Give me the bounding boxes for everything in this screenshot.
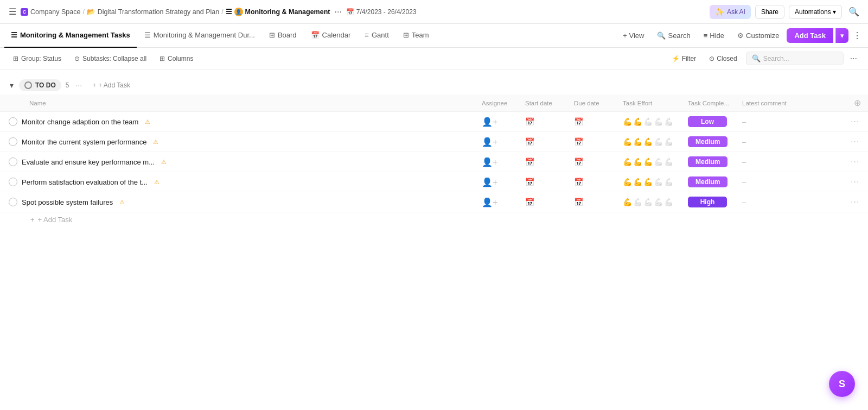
tab-board[interactable]: ⊞ Board [263, 24, 303, 48]
add-view-button[interactable]: + View [617, 29, 649, 42]
task-assignee-cell: 👤+ [477, 112, 521, 132]
effort-filled-icon: 💪 [623, 198, 632, 206]
warning-icon: ⚠ [161, 159, 167, 166]
automations-button[interactable]: Automations ▾ [789, 5, 842, 19]
breadcrumb-space[interactable]: C Company Space [21, 8, 80, 16]
start-date-icon[interactable]: 📅 [525, 117, 534, 126]
search-input[interactable] [763, 55, 838, 62]
task-more-button[interactable]: ··· [851, 177, 859, 187]
due-date-icon[interactable]: 📅 [574, 157, 583, 166]
effort-empty-icon: 💪 [654, 178, 663, 186]
task-complete-cell[interactable]: High [684, 192, 738, 212]
task-checkbox[interactable] [9, 117, 17, 126]
tab-gantt[interactable]: ≡ Gantt [358, 24, 395, 48]
due-date-icon[interactable]: 📅 [574, 198, 583, 206]
warning-icon: ⚠ [119, 199, 125, 206]
table-row: Spot possible system failures ⚠ 👤+ 📅 📅 💪… [0, 192, 868, 212]
breadcrumb-folder[interactable]: 📂 Digital Transformation Strategy and Pl… [87, 8, 219, 16]
add-task-footer: + + Add Task [0, 212, 868, 227]
share-button[interactable]: Share [755, 5, 784, 19]
breadcrumb-sep-2: / [221, 8, 223, 16]
task-checkbox[interactable] [9, 178, 17, 186]
due-date-icon[interactable]: 📅 [574, 178, 583, 186]
columns-button[interactable]: ⊞ Columns [155, 53, 197, 65]
status-badge[interactable]: High [688, 197, 727, 207]
task-name-cell: Perform satisfaction evaluation of the t… [0, 172, 477, 192]
start-date-icon[interactable]: 📅 [525, 178, 534, 186]
group-more-icon[interactable]: ··· [73, 80, 84, 91]
customize-button[interactable]: ⚙ Customize [732, 29, 784, 42]
task-more-cell: ··· [846, 152, 868, 172]
task-complete-cell[interactable]: Low [684, 112, 738, 132]
assignee-add-icon[interactable]: 👤+ [482, 198, 497, 207]
task-start-cell[interactable]: 📅 [521, 172, 570, 192]
task-start-cell[interactable]: 📅 [521, 132, 570, 152]
task-more-button[interactable]: ··· [851, 137, 859, 147]
status-badge[interactable]: Medium [688, 176, 727, 187]
task-effort-cell: 💪💪💪💪💪 [618, 192, 684, 212]
tab-actions: + View 🔍 Search ≡ Hide ⚙ Customize Add T… [617, 28, 868, 43]
task-start-cell[interactable]: 📅 [521, 112, 570, 132]
assignee-add-icon[interactable]: 👤+ [482, 157, 497, 167]
task-start-cell[interactable]: 📅 [521, 152, 570, 172]
toolbar: ⊞ Group: Status ⊙ Subtasks: Collapse all… [0, 48, 868, 70]
assignee-add-icon[interactable]: 👤+ [482, 178, 497, 187]
status-badge[interactable]: Low [688, 116, 727, 127]
subtasks-collapse-button[interactable]: ⊙ Subtasks: Collapse all [70, 53, 151, 65]
overflow-menu-icon[interactable]: ⋮ [851, 28, 864, 43]
closed-button[interactable]: ⊙ Closed [705, 53, 741, 65]
search-button[interactable]: 🔍 Search [652, 29, 695, 42]
task-checkbox[interactable] [9, 137, 17, 146]
task-name-cell: Monitor the current system performance ⚠ [0, 132, 477, 152]
group-add-task-button[interactable]: + + Add Task [88, 80, 134, 91]
col-header-name: Name [0, 94, 477, 112]
tab-calendar[interactable]: 📅 Calendar [304, 24, 358, 48]
due-date-icon[interactable]: 📅 [574, 137, 583, 146]
task-more-button[interactable]: ··· [851, 197, 859, 207]
search-box[interactable]: 🔍 [746, 52, 844, 65]
breadcrumb-more-btn[interactable]: ··· [332, 5, 343, 19]
task-complete-cell[interactable]: Medium [684, 152, 738, 172]
task-due-cell[interactable]: 📅 [570, 192, 618, 212]
start-date-icon[interactable]: 📅 [525, 198, 534, 206]
toolbar-more-icon[interactable]: ··· [848, 52, 859, 66]
ask-ai-button[interactable]: ✨ Ask AI [710, 5, 751, 19]
task-due-cell[interactable]: 📅 [570, 172, 618, 192]
task-due-cell[interactable]: 📅 [570, 112, 618, 132]
table-row: Evaluate and ensure key performance m...… [0, 152, 868, 172]
effort-empty-icon: 💪 [654, 137, 663, 146]
add-task-inline-button[interactable]: + + Add Task [30, 216, 838, 224]
task-checkbox[interactable] [9, 198, 17, 206]
tab-tasks[interactable]: ☰ Monitoring & Management Tasks [4, 24, 137, 48]
group-collapse-button[interactable]: ▾ [9, 80, 15, 91]
task-checkbox[interactable] [9, 157, 17, 166]
global-search-icon[interactable]: 🔍 [846, 4, 861, 19]
add-task-button[interactable]: Add Task [787, 28, 833, 43]
task-due-cell[interactable]: 📅 [570, 152, 618, 172]
start-date-icon[interactable]: 📅 [525, 137, 534, 146]
task-more-button[interactable]: ··· [851, 117, 859, 127]
assignee-add-icon[interactable]: 👤+ [482, 137, 497, 147]
due-date-icon[interactable]: 📅 [574, 117, 583, 126]
task-due-cell[interactable]: 📅 [570, 132, 618, 152]
tab-team[interactable]: ⊞ Team [397, 24, 436, 48]
add-column-button[interactable]: ⊕ [854, 98, 861, 108]
task-assignee-cell: 👤+ [477, 192, 521, 212]
filter-button[interactable]: ⚡ Filter [667, 53, 701, 65]
task-complete-cell[interactable]: Medium [684, 172, 738, 192]
hide-button[interactable]: ≡ Hide [698, 29, 730, 42]
group-status-button[interactable]: ⊞ Group: Status [9, 53, 66, 65]
status-badge[interactable]: Medium [688, 156, 727, 167]
sidebar-toggle-icon[interactable]: ☰ [7, 4, 18, 19]
task-more-button[interactable]: ··· [851, 157, 859, 167]
status-badge[interactable]: Medium [688, 136, 727, 147]
breadcrumb-list[interactable]: ☰ 👤 Monitoring & Management [226, 8, 330, 16]
col-header-complete: Task Comple... [684, 94, 738, 112]
start-date-icon[interactable]: 📅 [525, 157, 534, 166]
task-start-cell[interactable]: 📅 [521, 192, 570, 212]
add-task-dropdown-button[interactable]: ▾ [835, 28, 848, 43]
warning-icon: ⚠ [145, 118, 150, 125]
task-complete-cell[interactable]: Medium [684, 132, 738, 152]
assignee-add-icon[interactable]: 👤+ [482, 117, 497, 127]
tab-duration[interactable]: ☰ Monitoring & Management Dur... [138, 24, 261, 48]
